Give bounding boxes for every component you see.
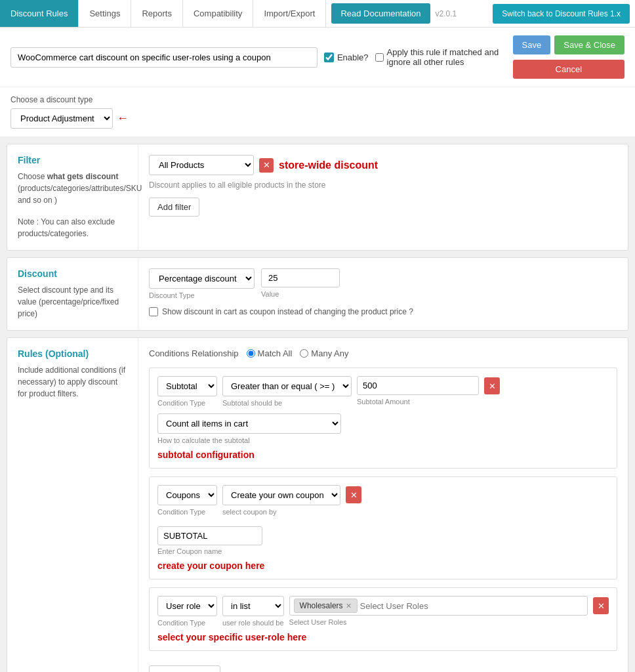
coupon-op-col: Create your own coupon Existing coupons … bbox=[222, 485, 340, 516]
tab-discount-rules[interactable]: Discount Rules bbox=[0, 0, 79, 27]
filter-note: Note : You can also exclude products/cat… bbox=[18, 216, 127, 240]
userrole-op-col: in list not in list user role should be bbox=[222, 596, 284, 627]
switch-back-button[interactable]: Switch back to Discount Rules 1.x bbox=[493, 4, 630, 24]
match-all-radio[interactable] bbox=[247, 349, 255, 358]
coupon-name-input[interactable] bbox=[157, 526, 262, 545]
subtotal-op-select[interactable]: Greater than or equal ( >= ) Less than E… bbox=[222, 376, 352, 396]
subtotal-calc-col: Count all items in cart Count unique ite… bbox=[157, 413, 341, 444]
filter-select[interactable]: All Products Specific Products Categorie… bbox=[149, 155, 254, 175]
condition-subtotal: Subtotal Coupons User role Condition Typ… bbox=[149, 368, 617, 469]
userrole-op-select[interactable]: in list not in list bbox=[222, 596, 284, 616]
filter-row: All Products Specific Products Categorie… bbox=[149, 155, 617, 175]
filter-section-left: Filter Choose what gets discount (produc… bbox=[7, 144, 138, 250]
subtotal-type-select[interactable]: Subtotal Coupons User role bbox=[157, 376, 217, 396]
enable-checkbox[interactable] bbox=[324, 52, 334, 62]
coupon-instead-checkbox[interactable] bbox=[149, 307, 158, 316]
tag-remove-icon[interactable]: ✕ bbox=[346, 602, 352, 610]
choose-discount-label: Choose a discount type bbox=[10, 95, 625, 104]
rules-description: Include additional conditions (if necess… bbox=[18, 364, 127, 400]
coupon-check-label: Show discount in cart as coupon instead … bbox=[162, 307, 413, 316]
subtotal-sub-row: Count all items in cart Count unique ite… bbox=[157, 413, 609, 444]
save-action-row: Save Save & Close bbox=[513, 35, 625, 54]
tab-import-export[interactable]: Import/Export bbox=[253, 0, 326, 27]
rule-name-input[interactable] bbox=[10, 47, 318, 68]
coupon-type-select[interactable]: Coupons Subtotal User role bbox=[157, 485, 217, 505]
userrole-op-label: user role should be bbox=[222, 619, 284, 627]
rules-section: Rules (Optional) Include additional cond… bbox=[7, 337, 628, 672]
coupon-sub-row: Enter Coupon name bbox=[157, 522, 609, 555]
filter-remove-button[interactable]: ✕ bbox=[259, 158, 274, 173]
userrole-config-annotation: select your specific user-role here bbox=[157, 632, 609, 642]
discount-type-dropdown[interactable]: Percentage discount Price discount Fixed… bbox=[149, 268, 255, 289]
discount-title: Discount bbox=[18, 268, 127, 279]
subtotal-type-col: Subtotal Coupons User role Condition Typ… bbox=[157, 376, 217, 407]
add-condition-button[interactable]: Add condition bbox=[149, 665, 220, 672]
coupon-type-col: Coupons Subtotal User role Condition Typ… bbox=[157, 485, 217, 516]
discount-type-section: Choose a discount type Product Adjustmen… bbox=[0, 87, 635, 137]
userrole-roles-label: Select User Roles bbox=[289, 618, 588, 626]
condition-userrole-row: User role Subtotal Coupons Condition Typ… bbox=[157, 596, 609, 627]
cancel-button[interactable]: Cancel bbox=[513, 60, 625, 79]
save-close-button[interactable]: Save & Close bbox=[554, 35, 625, 54]
coupon-remove-button[interactable]: ✕ bbox=[346, 486, 361, 503]
many-any-radio[interactable] bbox=[300, 349, 308, 358]
condition-coupons-row: Coupons Subtotal User role Condition Typ… bbox=[157, 485, 609, 516]
userrole-type-select[interactable]: User role Subtotal Coupons bbox=[157, 596, 217, 616]
discount-value-col: Value bbox=[261, 268, 340, 298]
subtotal-type-label: Condition Type bbox=[157, 399, 217, 407]
discount-section: Discount Select discount type and its va… bbox=[7, 257, 628, 331]
coupon-op-select[interactable]: Create your own coupon Existing coupons bbox=[222, 485, 340, 505]
userrole-tags-col: Wholesalers ✕ Select User Roles bbox=[289, 596, 588, 626]
discount-type-col: Percentage discount Price discount Fixed… bbox=[149, 268, 255, 299]
subtotal-remove-button[interactable]: ✕ bbox=[484, 377, 500, 394]
many-any-radio-label[interactable]: Many Any bbox=[300, 348, 348, 358]
discount-section-left: Discount Select discount type and its va… bbox=[7, 258, 138, 330]
filter-description: Choose what gets discount (products/cate… bbox=[18, 171, 127, 206]
coupon-name-label: Enter Coupon name bbox=[157, 547, 262, 555]
wholesalers-tag: Wholesalers ✕ bbox=[294, 598, 358, 613]
condition-user-role: User role Subtotal Coupons Condition Typ… bbox=[149, 587, 617, 651]
subtotal-val-col: Subtotal Amount bbox=[357, 376, 479, 406]
userrole-roles-input[interactable] bbox=[360, 601, 583, 611]
match-all-radio-label[interactable]: Match All bbox=[247, 348, 293, 358]
read-documentation-button[interactable]: Read Documentation bbox=[331, 3, 430, 24]
userrole-type-col: User role Subtotal Coupons Condition Typ… bbox=[157, 596, 217, 627]
apply-rule-check: Apply this rule if matched and ignore al… bbox=[375, 47, 506, 67]
rules-section-left: Rules (Optional) Include additional cond… bbox=[7, 338, 138, 672]
subtotal-calc-select[interactable]: Count all items in cart Count unique ite… bbox=[157, 413, 341, 434]
userrole-remove-button[interactable]: ✕ bbox=[593, 597, 609, 614]
tab-settings[interactable]: Settings bbox=[79, 0, 131, 27]
condition-subtotal-row: Subtotal Coupons User role Condition Typ… bbox=[157, 376, 609, 407]
subtotal-config-annotation: subtotal configuration bbox=[157, 450, 609, 460]
discount-type-select[interactable]: Product Adjustment Cart Discount Buy X G… bbox=[10, 108, 113, 129]
discount-row: Percentage discount Price discount Fixed… bbox=[149, 268, 617, 299]
subtotal-op-col: Greater than or equal ( >= ) Less than E… bbox=[222, 376, 352, 407]
add-filter-button[interactable]: Add filter bbox=[149, 198, 199, 217]
discount-section-right: Percentage discount Price discount Fixed… bbox=[138, 258, 628, 330]
tab-reports[interactable]: Reports bbox=[131, 0, 183, 27]
coupon-name-col: Enter Coupon name bbox=[157, 522, 262, 555]
subtotal-value-input[interactable] bbox=[357, 376, 479, 395]
coupon-check-row: Show discount in cart as coupon instead … bbox=[149, 307, 617, 316]
filter-section-right: All Products Specific Products Categorie… bbox=[138, 144, 628, 250]
subtotal-value-label: Subtotal Amount bbox=[357, 398, 479, 406]
userrole-input-wrap[interactable]: Wholesalers ✕ bbox=[289, 596, 588, 616]
tab-compatibility[interactable]: Compatibility bbox=[183, 0, 253, 27]
coupon-op-label: select coupon by bbox=[222, 508, 340, 516]
save-button[interactable]: Save bbox=[513, 35, 551, 54]
rules-section-right: Conditions Relationship Match All Many A… bbox=[138, 338, 628, 672]
conditions-relationship: Conditions Relationship Match All Many A… bbox=[149, 348, 617, 358]
apply-rule-checkbox[interactable] bbox=[375, 52, 384, 62]
store-wide-label: store-wide discount bbox=[279, 159, 378, 171]
coupon-type-label: Condition Type bbox=[157, 508, 217, 516]
enable-label: Enable? bbox=[337, 52, 369, 62]
condition-coupons: Coupons Subtotal User role Condition Typ… bbox=[149, 476, 617, 579]
rule-name-bar: Enable? Apply this rule if matched and i… bbox=[0, 28, 635, 87]
rules-title: Rules (Optional) bbox=[18, 348, 127, 359]
arrow-indicator: ← bbox=[117, 112, 129, 125]
many-any-label: Many Any bbox=[311, 348, 348, 358]
tag-label: Wholesalers bbox=[300, 601, 343, 610]
discount-description: Select discount type and its value (perc… bbox=[18, 284, 127, 320]
filter-title: Filter bbox=[18, 155, 127, 165]
discount-value-input[interactable] bbox=[261, 268, 340, 287]
